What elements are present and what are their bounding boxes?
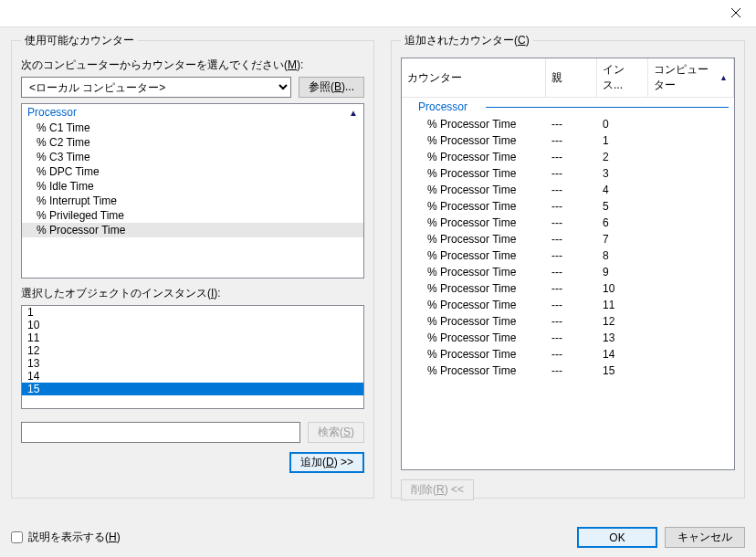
instance-item[interactable]: 15 (22, 383, 363, 395)
table-cell: 5 (597, 199, 648, 214)
table-cell: 10 (597, 281, 648, 296)
table-cell: --- (546, 281, 597, 296)
table-row[interactable]: % Processor Time---8 (402, 247, 734, 264)
added-counters-table[interactable]: カウンター 親 インス... コンピューター▲ Processor % Proc… (401, 58, 735, 470)
table-cell (648, 347, 734, 362)
instance-item[interactable]: 12 (22, 344, 363, 357)
show-description-label: 説明を表示する(H) (28, 530, 121, 545)
available-counters-legend: 使用可能なカウンター (21, 33, 138, 48)
table-cell: 15 (597, 363, 648, 378)
show-description-checkbox[interactable]: 説明を表示する(H) (11, 530, 121, 545)
table-cell: 0 (597, 117, 648, 131)
window-close-button[interactable] (715, 0, 756, 26)
table-cell: % Processor Time (402, 117, 546, 131)
table-cell: % Processor Time (402, 232, 546, 247)
remove-button[interactable]: 削除(R) << (401, 479, 474, 500)
col-header-computer[interactable]: コンピューター▲ (648, 58, 734, 98)
add-button[interactable]: 追加(D) >> (289, 452, 364, 473)
counter-item[interactable]: % C3 Time (22, 150, 363, 164)
table-cell: 11 (597, 298, 648, 312)
cancel-button[interactable]: キャンセル (665, 527, 745, 548)
counter-category-name: Processor (27, 106, 77, 119)
instance-item[interactable]: 1 (22, 306, 363, 319)
table-cell: 9 (597, 265, 648, 279)
search-input[interactable] (21, 422, 300, 443)
table-row[interactable]: % Processor Time---11 (402, 297, 734, 313)
table-row[interactable]: % Processor Time---4 (402, 182, 734, 198)
table-row[interactable]: % Processor Time---5 (402, 198, 734, 215)
table-cell: --- (546, 117, 597, 131)
table-cell: % Processor Time (402, 331, 546, 345)
table-cell: --- (546, 150, 597, 164)
counter-item[interactable]: % C1 Time (22, 121, 363, 135)
col-header-parent[interactable]: 親 (546, 58, 597, 98)
table-row[interactable]: % Processor Time---6 (402, 215, 734, 231)
browse-button[interactable]: 参照(B)... (299, 77, 364, 98)
counter-item[interactable]: % DPC Time (22, 164, 363, 179)
instances-listbox[interactable]: 1101112131415 (21, 305, 364, 409)
counter-item[interactable]: % Privileged Time (22, 208, 363, 223)
table-cell: 13 (597, 331, 648, 345)
table-cell: % Processor Time (402, 248, 546, 263)
table-cell: % Processor Time (402, 298, 546, 312)
table-cell: --- (546, 347, 597, 362)
table-row[interactable]: % Processor Time---0 (402, 116, 734, 132)
counter-category-header[interactable]: Processor ▲ (22, 104, 363, 121)
table-cell: 8 (597, 248, 648, 263)
instance-item[interactable]: 11 (22, 331, 363, 344)
table-row[interactable]: % Processor Time---1 (402, 132, 734, 149)
table-cell (648, 215, 734, 230)
table-cell: % Processor Time (402, 133, 546, 148)
table-cell (648, 232, 734, 247)
table-cell (648, 183, 734, 197)
table-cell: 14 (597, 347, 648, 362)
table-cell: % Processor Time (402, 150, 546, 164)
table-cell (648, 281, 734, 296)
table-cell (648, 298, 734, 312)
table-cell (648, 117, 734, 131)
table-cell: --- (546, 215, 597, 230)
table-cell: --- (546, 331, 597, 345)
select-computer-label: 次のコンピューターからカウンターを選んでください(M): (21, 58, 364, 73)
counter-item[interactable]: % Interrupt Time (22, 194, 363, 208)
counters-listbox[interactable]: Processor ▲ % C1 Time% C2 Time% C3 Time%… (21, 103, 364, 278)
table-cell: 12 (597, 314, 648, 329)
table-cell: --- (546, 363, 597, 378)
table-cell: % Processor Time (402, 183, 546, 197)
table-cell: 2 (597, 150, 648, 164)
table-row[interactable]: % Processor Time---14 (402, 346, 734, 363)
table-row[interactable]: % Processor Time---12 (402, 313, 734, 330)
table-row[interactable]: % Processor Time---7 (402, 231, 734, 247)
counter-item[interactable]: % Processor Time (22, 223, 363, 237)
table-row[interactable]: % Processor Time---15 (402, 363, 734, 379)
table-cell (648, 331, 734, 345)
table-cell: 4 (597, 183, 648, 197)
table-cell: % Processor Time (402, 347, 546, 362)
counter-item[interactable]: % Idle Time (22, 179, 363, 194)
table-cell (648, 363, 734, 378)
table-row[interactable]: % Processor Time---10 (402, 280, 734, 297)
table-cell (648, 248, 734, 263)
instance-item[interactable]: 14 (22, 370, 363, 383)
added-counters-legend: 追加されたカウンター(C) (401, 33, 533, 48)
table-row[interactable]: % Processor Time---9 (402, 264, 734, 280)
col-header-instance[interactable]: インス... (597, 58, 648, 98)
ok-button[interactable]: OK (577, 527, 657, 548)
instance-item[interactable]: 10 (22, 319, 363, 331)
col-header-counter[interactable]: カウンター (402, 58, 546, 98)
collapse-up-icon: ▲ (349, 108, 358, 118)
added-group-header[interactable]: Processor (402, 98, 734, 116)
table-cell: 7 (597, 232, 648, 247)
table-row[interactable]: % Processor Time---2 (402, 149, 734, 165)
table-cell: --- (546, 232, 597, 247)
table-cell: % Processor Time (402, 166, 546, 181)
show-description-input[interactable] (11, 531, 23, 543)
counter-item[interactable]: % C2 Time (22, 135, 363, 150)
table-cell: % Processor Time (402, 363, 546, 378)
instances-label: 選択したオブジェクトのインスタンス(I): (21, 286, 364, 301)
search-button[interactable]: 検索(S) (308, 422, 364, 443)
computer-combo[interactable]: <ローカル コンピューター> (21, 77, 291, 98)
table-row[interactable]: % Processor Time---13 (402, 330, 734, 346)
table-row[interactable]: % Processor Time---3 (402, 165, 734, 182)
instance-item[interactable]: 13 (22, 357, 363, 370)
